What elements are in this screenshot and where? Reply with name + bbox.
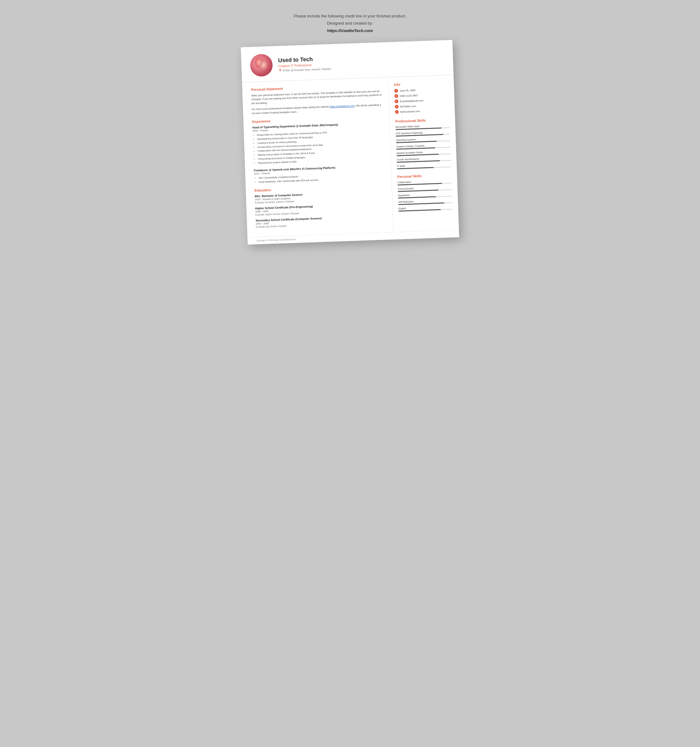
facebook-icon: ● bbox=[395, 110, 398, 114]
credit-line1: Please include the following credit line… bbox=[294, 12, 406, 20]
avatar-image bbox=[250, 54, 273, 77]
resume-body: Personal Statement Write your personal s… bbox=[242, 75, 459, 237]
experience-section: Experience Head of Typesetting Departmen… bbox=[252, 115, 385, 184]
person-address: 📍 R-000, @ Example Town, Karachi, Pakist… bbox=[278, 67, 331, 72]
resume-content: Used to Tech Creative IT Professional 📍 … bbox=[241, 40, 459, 244]
skill-item: English bbox=[398, 206, 453, 212]
edu-entry-1: Higher School Certificate (Pre-Engineeri… bbox=[255, 202, 386, 216]
professional-skills-section: Professional Skills Microsoft® Office Su… bbox=[395, 118, 451, 169]
phone-icon: ● bbox=[394, 94, 398, 98]
email-icon: ● bbox=[394, 100, 398, 103]
exp-entry-1: Freelancer @ Upwork.com (World's #1 Outs… bbox=[254, 164, 385, 184]
edu-entry-0: BSc. Bachelor of Computer Science 2019 –… bbox=[255, 190, 385, 204]
twitter-icon: ● bbox=[395, 105, 398, 109]
website-link[interactable]: https://usedtotech.com bbox=[330, 104, 355, 108]
right-column: Info ● June 05, 1989 ● 0000 (123) 4567 ●… bbox=[388, 75, 459, 232]
skill-item: Negotiation bbox=[398, 192, 452, 198]
skill-item: Microsoft® Office Suite bbox=[395, 124, 450, 130]
professional-skills-title: Professional Skills bbox=[395, 118, 450, 123]
skill-item: Collaboration bbox=[397, 179, 451, 186]
skill-item: Operating Systems bbox=[396, 137, 450, 143]
info-birthday: ● June 05, 1989 bbox=[394, 87, 448, 93]
info-phone: ● 0000 (123) 4567 bbox=[394, 92, 449, 98]
info-facebook: ● MyFacebook.com bbox=[395, 108, 449, 114]
personal-statement-para1: Write your personal statement here. It c… bbox=[251, 90, 382, 106]
exp-entry-0: Head of Typesetting Department @ Example… bbox=[252, 121, 384, 165]
skill-item: Communication bbox=[398, 186, 452, 192]
skill-item: Corel® WordPerfect® bbox=[397, 157, 451, 163]
info-twitter: ● MyTwitter.com bbox=[395, 103, 449, 109]
exp-bullets-0: Responsible for making books ready for c… bbox=[253, 129, 384, 165]
skill-item: Graphics Design, Creativity bbox=[396, 144, 450, 150]
skill-item: IT Skills bbox=[397, 163, 451, 169]
education-section: Education BSc. Bachelor of Computer Scie… bbox=[255, 184, 386, 228]
info-email: ● Example@gmail.com bbox=[394, 98, 449, 103]
header-text: Used to Tech Creative IT Professional 📍 … bbox=[278, 55, 331, 72]
birthday-icon: ● bbox=[394, 89, 398, 93]
info-section: Info ● June 05, 1989 ● 0000 (123) 4567 ●… bbox=[394, 81, 449, 114]
resume-document: Used to Tech Creative IT Professional 📍 … bbox=[241, 40, 459, 244]
location-icon: 📍 bbox=[278, 69, 282, 72]
credit-line2: Designed and created by: bbox=[294, 20, 406, 27]
credit-url[interactable]: https://UsedtoTech.com bbox=[327, 28, 373, 33]
info-title: Info bbox=[394, 81, 448, 86]
personal-statement-section: Personal Statement Write your personal s… bbox=[251, 83, 382, 116]
skill-item: Adobe® Acrobat® Family bbox=[396, 150, 451, 156]
avatar bbox=[250, 54, 273, 77]
skill-item: Self-Motivation bbox=[398, 199, 453, 205]
footer-text: Copyright © 2019 https://usedtotech.com bbox=[256, 238, 296, 242]
credit-section: Please include the following credit line… bbox=[294, 12, 406, 34]
personal-skills-title: Personal Skills bbox=[397, 173, 451, 178]
personal-skills-section: Personal Skills Collaboration Communicat… bbox=[397, 173, 453, 212]
skill-item: DTP (Desktop Publishing) bbox=[396, 130, 450, 137]
edu-entry-2: Secondary School Certificate (Computer S… bbox=[255, 215, 386, 228]
personal-statement-para2: For more such professional templates ple… bbox=[252, 103, 382, 115]
left-column: Personal Statement Write your personal s… bbox=[242, 77, 394, 237]
